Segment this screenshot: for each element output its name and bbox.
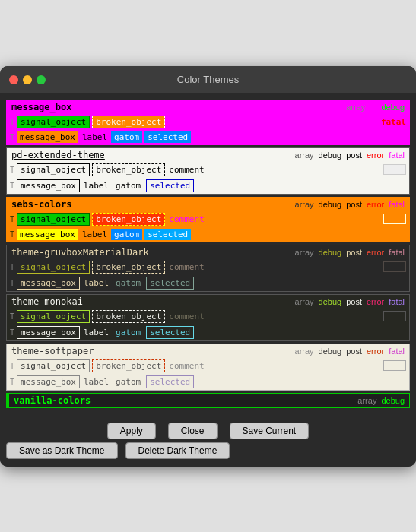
- theme-meta-7: array debug: [357, 396, 405, 405]
- secondary-button-bar: Save as Dark Theme Delete Dark Theme: [0, 442, 416, 467]
- theme-row-1-msg: T message_box label gatom selected: [7, 130, 409, 144]
- tag-debug-3: debug: [319, 200, 342, 209]
- label-1: label: [81, 131, 109, 143]
- theme-row-6-objects: T signal_object broken_object comment: [7, 358, 409, 374]
- delete-dark-button[interactable]: Delete Dark Theme: [125, 442, 230, 459]
- tag-fatal-5: fatal: [389, 297, 405, 306]
- broken-obj-3: broken_object: [92, 213, 165, 226]
- msg-box-6: message_box: [17, 375, 80, 388]
- arrow-1: T: [10, 118, 14, 126]
- msg-box-1: message_box: [17, 131, 78, 143]
- tag-debug-2: debug: [319, 150, 342, 160]
- minimize-button[interactable]: [23, 75, 32, 84]
- signal-obj-4: signal_object: [17, 261, 90, 274]
- theme-meta-2: array debug post error fatal: [295, 150, 405, 160]
- theme-row-3-objects: T signal_object broken_object comment: [7, 211, 409, 227]
- label-2: label: [82, 180, 110, 192]
- tag-array-6: array: [295, 347, 314, 356]
- theme-name-7: vanilla-colors: [14, 395, 91, 406]
- close-button-btn[interactable]: Close: [168, 423, 218, 439]
- theme-block-2: pd-extended-theme array debug post error…: [6, 147, 410, 195]
- theme-name-1: message_box: [11, 102, 71, 112]
- theme-row-3-msg: T message_box label gatom selected: [7, 227, 409, 242]
- gatom-5: gatom: [113, 327, 144, 338]
- theme-meta-4: array debug post error fatal: [295, 248, 405, 257]
- theme-meta-6: array debug post error fatal: [295, 347, 405, 356]
- label-3: label: [81, 229, 109, 240]
- theme-meta-3: array debug post error fatal: [295, 200, 405, 209]
- tag-post-6: post: [346, 347, 362, 356]
- label-4: label: [82, 277, 110, 289]
- arrow-1b: T: [10, 133, 14, 141]
- theme-block-6: theme-softpaper array debug post error f…: [6, 344, 410, 391]
- comment-3: comment: [167, 214, 205, 225]
- tag-error-2: error: [367, 150, 384, 160]
- theme-header-1[interactable]: message_box array debug: [7, 100, 409, 114]
- theme-block-4: theme-gruvboxMaterialDark array debug po…: [6, 245, 410, 292]
- broken-obj-6: broken_object: [92, 359, 165, 372]
- main-window: Color Themes message_box array debug T s…: [0, 66, 416, 467]
- theme-row-6-msg: T message_box label gatom selected: [7, 374, 409, 390]
- fatal-1: fatal: [381, 117, 406, 127]
- theme-block-3: sebs-colors array debug post error fatal…: [6, 197, 410, 242]
- msg-box-5: message_box: [17, 326, 80, 339]
- theme-header-7[interactable]: vanilla-colors array debug: [7, 394, 409, 407]
- msg-box-2: message_box: [17, 179, 80, 192]
- theme-header-6[interactable]: theme-softpaper array debug post error f…: [7, 344, 409, 358]
- close-button[interactable]: [9, 75, 18, 84]
- theme-name-6: theme-softpaper: [11, 346, 94, 356]
- maximize-button[interactable]: [37, 75, 46, 84]
- color-swatch-3: [383, 214, 406, 224]
- apply-button[interactable]: Apply: [107, 423, 156, 439]
- comment-5: comment: [167, 311, 205, 322]
- tag-post-5: post: [346, 297, 362, 306]
- theme-header-5[interactable]: theme-monokai array debug post error fat…: [7, 295, 409, 309]
- tag-error-6: error: [367, 347, 384, 356]
- theme-header-4[interactable]: theme-gruvboxMaterialDark array debug po…: [7, 245, 409, 259]
- tag-fatal-4: fatal: [389, 248, 405, 257]
- signal-obj-6: signal_object: [17, 359, 90, 372]
- save-dark-button[interactable]: Save as Dark Theme: [6, 442, 118, 459]
- tag-fatal-3: fatal: [389, 200, 405, 209]
- tag-array-2: array: [295, 150, 314, 160]
- theme-header-2[interactable]: pd-extended-theme array debug post error…: [7, 148, 409, 162]
- broken-obj-2: broken_object: [92, 163, 165, 176]
- tag-debug-7: debug: [381, 396, 405, 405]
- selected-4: selected: [146, 277, 194, 290]
- label-5: label: [82, 327, 110, 338]
- comment-6: comment: [167, 360, 205, 372]
- main-button-bar: Apply Close Save Current: [0, 416, 416, 442]
- theme-block-1: message_box array debug T signal_object …: [6, 100, 410, 145]
- theme-row-2-objects: T signal_object broken_object comment: [7, 162, 409, 178]
- tag-error-3: error: [367, 200, 384, 209]
- comment-1: comment: [167, 116, 205, 128]
- gatom-4: gatom: [113, 277, 144, 289]
- broken-obj-5: broken_object: [92, 310, 165, 323]
- tag-array-3: array: [295, 200, 314, 209]
- traffic-lights: [9, 75, 46, 84]
- color-swatch-2: [383, 164, 406, 175]
- tag-error-5: error: [367, 297, 384, 306]
- theme-row-5-objects: T signal_object broken_object comment: [7, 309, 409, 325]
- theme-row-4-objects: T signal_object broken_object comment: [7, 259, 409, 275]
- broken-obj-4: broken_object: [92, 261, 165, 274]
- save-current-button[interactable]: Save Current: [230, 423, 310, 439]
- signal-obj-5: signal_object: [17, 310, 90, 323]
- msg-box-3: message_box: [17, 229, 78, 240]
- theme-header-3[interactable]: sebs-colors array debug post error fatal: [7, 198, 409, 211]
- theme-block-5: theme-monokai array debug post error fat…: [6, 294, 410, 341]
- tag-post-4: post: [346, 248, 362, 257]
- color-swatch-4: [383, 261, 406, 272]
- tag-error-4: error: [367, 248, 384, 257]
- gatom-2: gatom: [113, 180, 144, 192]
- selected-1: selected: [144, 131, 191, 143]
- tag-fatal-2: fatal: [389, 150, 405, 160]
- broken-object-1: broken_object: [92, 116, 165, 128]
- tag-array-7: array: [357, 396, 376, 405]
- tag-debug-1: debug: [381, 103, 405, 112]
- tag-array-4: array: [295, 248, 314, 257]
- theme-row-2-msg: T message_box label gatom selected: [7, 178, 409, 194]
- theme-block-7: vanilla-colors array debug: [6, 393, 410, 408]
- comment-2: comment: [167, 164, 205, 176]
- title-bar: Color Themes: [0, 66, 416, 93]
